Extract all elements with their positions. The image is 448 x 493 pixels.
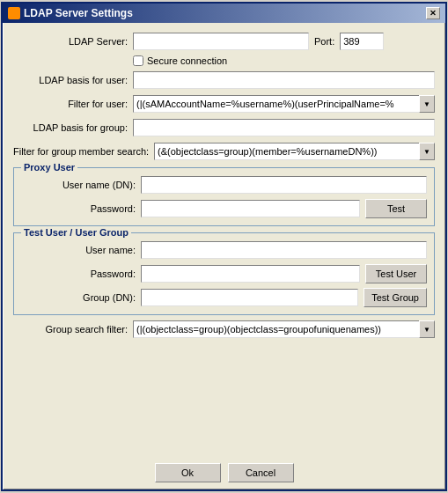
test-password-input[interactable] [141,265,360,283]
ldap-basis-user-label: LDAP basis for user: [13,75,128,85]
port-label: Port: [314,36,334,47]
proxy-user-title: Proxy User [21,162,77,173]
test-group-input[interactable] [141,289,358,306]
ldap-settings-window: LDAP Server Settings ✕ LDAP Server: Port… [1,2,447,491]
filter-user-dropdown: ▼ [133,95,435,113]
proxy-username-row: User name (DN): [21,175,427,195]
title-bar-buttons: ✕ [426,7,440,19]
test-user-section: Test User / User Group User name: Passwo… [13,232,435,315]
port-input[interactable] [340,33,384,50]
group-search-dropdown: ▼ [133,320,435,338]
ldap-basis-group-input[interactable] [133,119,435,136]
cancel-button[interactable]: Cancel [228,463,294,482]
group-search-input[interactable] [133,320,435,338]
group-search-dropdown-arrow[interactable]: ▼ [419,320,435,338]
ldap-basis-user-input[interactable] [133,71,435,89]
filter-user-input[interactable] [133,95,435,113]
ldap-basis-group-label: LDAP basis for group: [13,122,128,133]
secure-connection-checkbox[interactable] [133,55,143,66]
secure-connection-label: Secure connection [147,55,227,66]
proxy-password-label: Password: [21,203,136,214]
bottom-bar: Ok Cancel [3,456,445,489]
test-user-title: Test User / User Group [21,227,131,238]
filter-group-dropdown-arrow[interactable]: ▼ [419,143,435,160]
filter-user-label: Filter for user: [13,99,128,109]
test-user-content: User name: Password: Test User Group (DN… [21,240,427,307]
test-user-button[interactable]: Test User [365,264,427,283]
test-username-label: User name: [21,245,136,255]
group-search-row: Group search filter: ▼ [13,320,435,339]
filter-group-dropdown: ▼ [154,143,435,160]
form-content: LDAP Server: Port: Secure connection LDA… [3,23,445,456]
ldap-basis-user-row: LDAP basis for user: [13,70,435,90]
title-bar: LDAP Server Settings ✕ [3,4,445,23]
ldap-server-label: LDAP Server: [13,36,128,47]
ldap-server-row: LDAP Server: Port: [13,32,435,51]
title-bar-text: LDAP Server Settings [8,7,133,19]
secure-connection-row: Secure connection [13,55,435,66]
proxy-password-input[interactable] [141,200,360,217]
test-group-row: Group (DN): Test Group [21,288,427,307]
proxy-password-row: Password: Test [21,199,427,218]
ldap-basis-group-row: LDAP basis for group: [13,118,435,137]
ok-button[interactable]: Ok [155,463,221,482]
test-password-row: Password: Test User [21,264,427,283]
ldap-server-input[interactable] [133,33,309,50]
window-title: LDAP Server Settings [24,7,133,19]
test-username-row: User name: [21,240,427,260]
proxy-user-content: User name (DN): Password: Test [21,175,427,218]
test-group-label: Group (DN): [21,292,136,303]
test-username-input[interactable] [141,241,427,259]
proxy-user-section: Proxy User User name (DN): Password: Tes… [13,167,435,226]
test-button[interactable]: Test [365,199,427,218]
test-group-button[interactable]: Test Group [364,288,427,307]
filter-group-row: Filter for group member search: ▼ [13,142,435,161]
close-button[interactable]: ✕ [426,7,440,19]
filter-group-label: Filter for group member search: [13,146,149,157]
test-password-label: Password: [21,269,136,279]
window-icon [8,7,20,19]
filter-user-row: Filter for user: ▼ [13,94,435,114]
group-search-label: Group search filter: [13,324,128,335]
filter-user-dropdown-arrow[interactable]: ▼ [419,95,435,113]
filter-group-input[interactable] [154,143,435,160]
proxy-username-input[interactable] [141,176,427,194]
proxy-username-label: User name (DN): [21,180,136,190]
